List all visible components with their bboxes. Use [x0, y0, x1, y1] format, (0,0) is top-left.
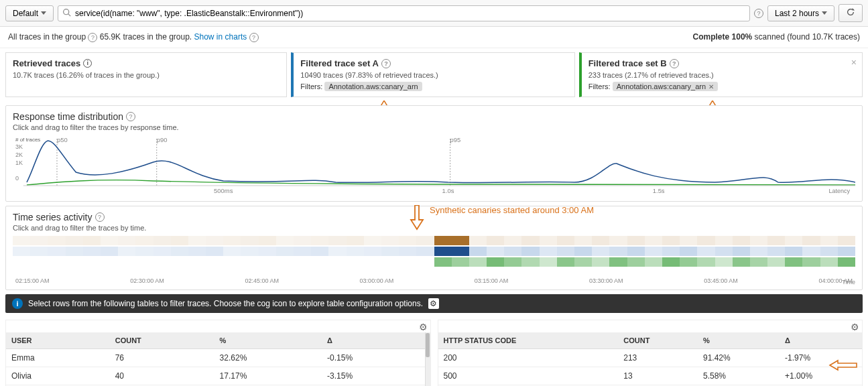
heatmap-cell[interactable] — [592, 247, 609, 256]
time-series-heatmap[interactable] — [13, 236, 855, 276]
heatmap-cell[interactable] — [241, 247, 258, 256]
heatmap-cell[interactable] — [101, 257, 118, 267]
gear-icon[interactable]: ⚙ — [419, 322, 428, 332]
heatmap-cell[interactable] — [733, 257, 750, 267]
heatmap-cell[interactable] — [294, 257, 311, 267]
heatmap-cell[interactable] — [48, 236, 65, 245]
filter-tag[interactable]: Annotation.aws:canary_arn ✕ — [613, 82, 718, 91]
heatmap-cell[interactable] — [434, 247, 452, 256]
heatmap-cell[interactable] — [13, 257, 30, 267]
heatmap-cell[interactable] — [609, 247, 627, 256]
heatmap-cell[interactable] — [311, 257, 328, 267]
heatmap-cell[interactable] — [347, 247, 364, 256]
heatmap-cell[interactable] — [680, 247, 697, 256]
heatmap-cell[interactable] — [171, 236, 188, 245]
heatmap-cell[interactable] — [574, 247, 592, 256]
close-icon[interactable]: × — [851, 57, 857, 68]
heatmap-cell[interactable] — [259, 236, 276, 245]
heatmap-cell[interactable] — [592, 236, 609, 245]
heatmap-cell[interactable] — [521, 257, 539, 267]
heatmap-cell[interactable] — [118, 247, 135, 256]
heatmap-cell[interactable] — [540, 257, 557, 267]
heatmap-cell[interactable] — [785, 247, 802, 256]
search-box[interactable] — [58, 5, 750, 21]
heatmap-cell[interactable] — [715, 236, 733, 245]
gear-icon[interactable]: ⚙ — [428, 298, 439, 309]
heatmap-cell[interactable] — [434, 257, 452, 267]
heatmap-cell[interactable] — [135, 247, 153, 256]
heatmap-cell[interactable] — [697, 257, 715, 267]
heatmap-cell[interactable] — [153, 257, 171, 267]
heatmap-cell[interactable] — [241, 236, 258, 245]
heatmap-cell[interactable] — [802, 236, 820, 245]
heatmap-cell[interactable] — [241, 257, 258, 267]
heatmap-cell[interactable] — [347, 257, 364, 267]
heatmap-cell[interactable] — [434, 236, 452, 245]
heatmap-cell[interactable] — [381, 257, 399, 267]
heatmap-cell[interactable] — [83, 236, 101, 245]
heatmap-cell[interactable] — [540, 247, 557, 256]
column-header[interactable]: HTTP STATUS CODE — [438, 332, 619, 349]
heatmap-cell[interactable] — [820, 257, 838, 267]
heatmap-cell[interactable] — [469, 236, 487, 245]
heatmap-cell[interactable] — [188, 257, 206, 267]
heatmap-cell[interactable] — [627, 236, 645, 245]
heatmap-cell[interactable] — [469, 257, 487, 267]
heatmap-cell[interactable] — [135, 236, 153, 245]
heatmap-cell[interactable] — [662, 247, 680, 256]
help-icon[interactable]: ? — [754, 9, 763, 18]
refresh-button[interactable] — [839, 4, 863, 22]
heatmap-cell[interactable] — [294, 247, 311, 256]
heatmap-cell[interactable] — [399, 247, 416, 256]
heatmap-cell[interactable] — [30, 257, 48, 267]
heatmap-cell[interactable] — [118, 236, 135, 245]
heatmap-cell[interactable] — [504, 257, 521, 267]
column-header[interactable]: Δ — [322, 332, 430, 349]
heatmap-cell[interactable] — [311, 236, 328, 245]
heatmap-cell[interactable] — [118, 257, 135, 267]
heatmap-cell[interactable] — [574, 236, 592, 245]
table-row[interactable]: Olivia4017.17%-3.15% — [6, 367, 430, 385]
column-header[interactable]: % — [698, 332, 780, 349]
heatmap-cell[interactable] — [30, 236, 48, 245]
heatmap-cell[interactable] — [416, 257, 434, 267]
heatmap-cell[interactable] — [364, 236, 381, 245]
heatmap-cell[interactable] — [504, 247, 521, 256]
column-header[interactable]: COUNT — [110, 332, 214, 349]
heatmap-cell[interactable] — [767, 236, 785, 245]
heatmap-cell[interactable] — [188, 236, 206, 245]
heatmap-cell[interactable] — [259, 247, 276, 256]
column-header[interactable]: Δ — [780, 332, 862, 349]
heatmap-cell[interactable] — [276, 247, 294, 256]
heatmap-cell[interactable] — [487, 236, 504, 245]
heatmap-cell[interactable] — [66, 257, 83, 267]
heatmap-cell[interactable] — [66, 247, 83, 256]
search-input[interactable] — [75, 9, 745, 18]
heatmap-cell[interactable] — [223, 257, 241, 267]
heatmap-cell[interactable] — [153, 247, 171, 256]
heatmap-cell[interactable] — [416, 247, 434, 256]
heatmap-cell[interactable] — [521, 236, 539, 245]
heatmap-cell[interactable] — [381, 247, 399, 256]
heatmap-cell[interactable] — [609, 257, 627, 267]
heatmap-cell[interactable] — [557, 247, 574, 256]
heatmap-cell[interactable] — [364, 247, 381, 256]
heatmap-cell[interactable] — [188, 247, 206, 256]
heatmap-cell[interactable] — [733, 236, 750, 245]
scrollbar[interactable] — [425, 332, 430, 386]
heatmap-cell[interactable] — [592, 257, 609, 267]
heatmap-cell[interactable] — [750, 247, 767, 256]
heatmap-cell[interactable] — [487, 247, 504, 256]
heatmap-cell[interactable] — [452, 236, 469, 245]
heatmap-cell[interactable] — [206, 257, 223, 267]
table-row[interactable]: Emma7632.62%-0.15% — [6, 349, 430, 367]
heatmap-cell[interactable] — [206, 236, 223, 245]
help-icon[interactable]: ? — [381, 59, 391, 68]
heatmap-cell[interactable] — [66, 236, 83, 245]
heatmap-cell[interactable] — [785, 257, 802, 267]
show-in-charts-link[interactable]: Show in charts — [194, 32, 247, 42]
heatmap-cell[interactable] — [30, 247, 48, 256]
gear-icon[interactable]: ⚙ — [851, 322, 859, 332]
heatmap-cell[interactable] — [294, 236, 311, 245]
heatmap-cell[interactable] — [785, 236, 802, 245]
